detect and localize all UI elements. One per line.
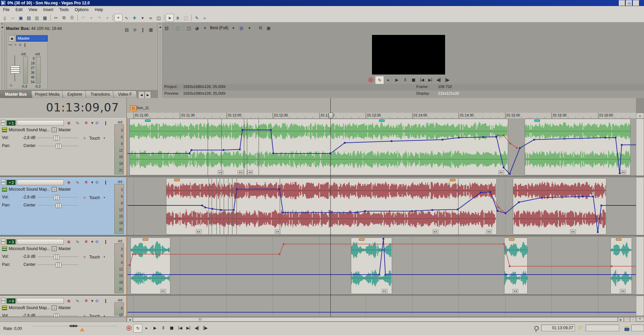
event-split[interactable] xyxy=(220,179,220,234)
automation-mode-value[interactable]: Touch xyxy=(89,255,100,259)
close-panel-icon[interactable]: × xyxy=(159,22,161,26)
menu-help[interactable]: Help xyxy=(92,6,106,13)
tab-scroll-left[interactable]: ◀ xyxy=(138,91,145,98)
cursor-timecode-field[interactable]: 01:13:09,07 xyxy=(541,325,575,331)
scrub-slider-handle[interactable]: ◀◀▶▶ xyxy=(69,324,77,328)
save-button[interactable]: ▣ xyxy=(17,14,25,22)
playhead-handle[interactable] xyxy=(329,113,333,118)
automation-menu-button[interactable]: ▾ xyxy=(104,255,105,258)
event-split[interactable] xyxy=(280,179,280,234)
minimize-button[interactable]: _ xyxy=(619,0,625,6)
minimize-track-button[interactable] xyxy=(1,239,5,241)
track-separator[interactable] xyxy=(0,317,644,317)
event-split[interactable] xyxy=(458,179,459,234)
auto-crossfade-button[interactable]: ∿ xyxy=(122,14,130,22)
volume-slider-handle[interactable] xyxy=(54,136,59,141)
marker-bar[interactable]: 11 Son_11 xyxy=(127,98,636,113)
tab-master-bus[interactable]: Master Bus xyxy=(0,91,32,98)
menu-options[interactable]: Options xyxy=(72,6,92,13)
track-minimize-buttons[interactable] xyxy=(1,120,5,126)
solo-icon[interactable]: ❙ xyxy=(23,43,26,47)
envelope-button[interactable]: ∿ xyxy=(74,239,80,244)
track-name-field[interactable] xyxy=(17,298,64,304)
envelope-button[interactable]: ∿ xyxy=(74,120,80,126)
track-minimize-buttons[interactable] xyxy=(1,179,5,185)
properties-button[interactable]: ▤ xyxy=(25,14,33,22)
track-separator[interactable] xyxy=(0,294,644,296)
enable-snapping-button[interactable]: ⌖ xyxy=(114,14,122,22)
selection-length-field[interactable] xyxy=(586,325,619,331)
envelope-node[interactable] xyxy=(279,253,280,255)
event-fx-badge[interactable] xyxy=(247,170,253,174)
panel-grip[interactable] xyxy=(1,30,3,97)
mute-button[interactable]: ⊘ xyxy=(94,298,100,303)
automation-settings-button[interactable]: ✳ xyxy=(82,254,88,260)
new-project-button[interactable]: ▯ xyxy=(1,14,9,22)
restore-track-button[interactable] xyxy=(1,301,5,303)
preview-loop-button[interactable]: ↻ xyxy=(375,76,384,85)
audio-event[interactable] xyxy=(610,238,632,294)
envelope-button[interactable]: ∿ xyxy=(74,298,80,303)
panel-grip[interactable] xyxy=(159,30,161,97)
cut-button[interactable]: ✂ xyxy=(52,14,60,22)
copy-frame-button[interactable]: ⧉ xyxy=(257,24,265,32)
volume-slider-track[interactable] xyxy=(38,138,78,138)
more-tools-button[interactable]: ▹ xyxy=(201,14,209,22)
preview-go-to-end-button[interactable]: ▶| xyxy=(426,76,434,84)
solo-button[interactable]: ❙ xyxy=(103,120,109,126)
event-fx-badge[interactable] xyxy=(621,170,626,174)
ignore-grouping-button[interactable]: ◫ xyxy=(155,14,163,22)
pin-panel-icon[interactable]: ◄ xyxy=(159,26,162,29)
import-media-button[interactable]: ▥ xyxy=(33,14,41,22)
preview-quality-button[interactable]: ◕ xyxy=(193,24,201,32)
volume-slider-track[interactable] xyxy=(38,197,78,198)
minimize-track-button[interactable] xyxy=(1,298,5,300)
insert-fx-button[interactable]: ▤ xyxy=(123,26,131,34)
bus-assign-button[interactable]: ▪ xyxy=(52,305,57,310)
fx-button[interactable]: ✖ xyxy=(83,298,89,303)
record-arm-button[interactable]: ◉ xyxy=(66,120,72,126)
mute-icon[interactable]: ⊘ xyxy=(18,43,21,47)
menu-file[interactable]: File xyxy=(0,6,12,13)
solo-button[interactable]: ❙ xyxy=(103,239,109,244)
event-fx-badge[interactable] xyxy=(196,230,202,234)
mute-bus-button[interactable]: ⊘ xyxy=(131,26,139,34)
track-2-lane[interactable] xyxy=(127,178,636,235)
volume-value[interactable]: -2,8 dB xyxy=(15,254,36,259)
event-split[interactable] xyxy=(232,179,232,234)
event-fx-badge[interactable] xyxy=(275,230,280,234)
copy-button[interactable]: ⧉ xyxy=(60,14,68,22)
timecode-display[interactable]: 01:13:09,07 xyxy=(0,98,126,118)
overlay-grid-button[interactable]: ▦ xyxy=(237,24,246,32)
track-name-field[interactable] xyxy=(17,120,64,126)
play-from-start-button[interactable]: ▸ xyxy=(142,324,151,332)
fx-gear-icon[interactable]: ✳ xyxy=(14,43,17,47)
go-to-start-button[interactable]: |◀ xyxy=(176,324,184,332)
restore-button[interactable]: ❐ xyxy=(626,0,632,6)
home-icon[interactable] xyxy=(624,326,629,330)
pan-slider-handle[interactable] xyxy=(56,144,61,149)
audio-event[interactable] xyxy=(504,238,528,294)
next-frame-button[interactable]: ‖▶ xyxy=(201,324,209,332)
automation-settings-button[interactable]: ✳ xyxy=(82,135,88,141)
bus-assign-button[interactable]: ▪ xyxy=(52,246,57,251)
fx-button[interactable]: ✖ xyxy=(83,239,89,244)
track-device-name[interactable]: Microsoft Sound Map... xyxy=(9,305,50,310)
track-1-header[interactable]: 1◉∿✖▾⊘❙-Inf.Microsoft Sound Map...▪Maste… xyxy=(0,118,126,176)
envelope-node[interactable] xyxy=(497,210,498,212)
track-minimize-buttons[interactable] xyxy=(1,298,5,303)
minimize-track-button[interactable] xyxy=(1,120,5,123)
event-split[interactable] xyxy=(224,179,224,234)
quality-menu-button[interactable]: ▾ xyxy=(201,24,209,32)
pan-slider-track[interactable] xyxy=(38,205,78,206)
track-4-header[interactable]: 4◉∿✖▾⊘❙-Inf.Microsoft Sound Map...▪Maste… xyxy=(0,296,126,317)
track-3-header[interactable]: 3◉∿✖▾⊘❙-Inf.Microsoft Sound Map...▪Maste… xyxy=(0,237,126,295)
split-screen-button[interactable]: ◫ xyxy=(185,24,193,32)
track-4-lane[interactable] xyxy=(127,296,636,317)
mute-button[interactable]: ⊘ xyxy=(94,120,100,126)
pan-slider-handle[interactable] xyxy=(56,203,61,208)
automation-menu-button[interactable]: ▾ xyxy=(104,137,105,140)
play-button[interactable]: ▶ xyxy=(151,324,159,332)
envelope-button[interactable]: ∿ xyxy=(74,179,80,185)
track-name-field[interactable] xyxy=(17,239,64,245)
